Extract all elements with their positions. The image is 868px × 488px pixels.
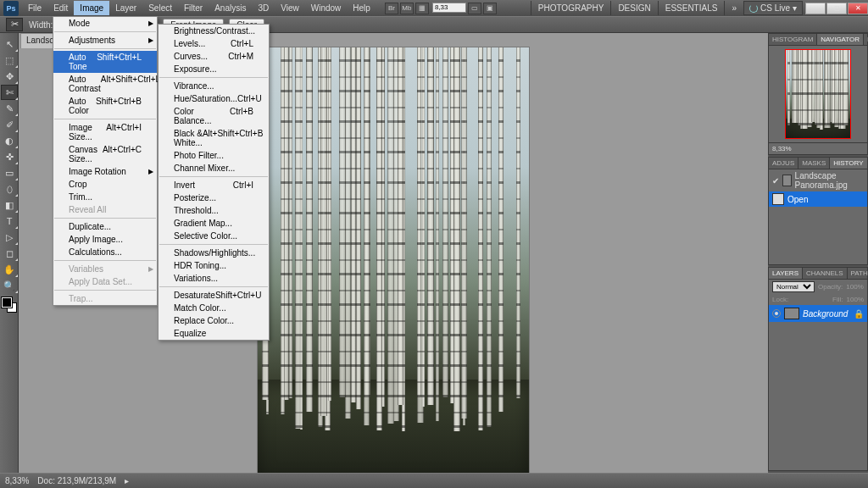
- arrange-icon[interactable]: ▭: [468, 3, 481, 14]
- minibridge-icon[interactable]: Mb: [400, 3, 414, 14]
- tool-2[interactable]: ✥: [1, 69, 18, 84]
- tool-4[interactable]: ✎: [1, 101, 18, 116]
- menuitem-vibrance---[interactable]: Vibrance...: [159, 80, 269, 92]
- menu-image[interactable]: Image: [74, 1, 109, 15]
- viewextras-icon[interactable]: ▦: [415, 3, 429, 14]
- maximize-button[interactable]: ◻: [826, 3, 847, 14]
- tool-12[interactable]: ▷: [1, 230, 18, 245]
- tool-7[interactable]: ✜: [1, 149, 18, 164]
- menuitem-exposure---[interactable]: Exposure...: [159, 63, 269, 75]
- tab-paths[interactable]: PATHS: [848, 268, 868, 279]
- zoom-level-field[interactable]: 8,33: [432, 3, 466, 13]
- menuitem-trim---[interactable]: Trim...: [53, 191, 157, 203]
- tab-history[interactable]: HISTORY: [830, 158, 867, 169]
- layer-row-background[interactable]: Background 🔒: [769, 305, 867, 322]
- menuitem-image-rotation[interactable]: Image Rotation▶: [53, 165, 157, 178]
- tool-3[interactable]: ✄: [1, 85, 18, 100]
- blend-mode-select[interactable]: Normal: [772, 281, 815, 292]
- menuitem-photo-filter---[interactable]: Photo Filter...: [159, 149, 269, 162]
- tool-10[interactable]: ◧: [1, 197, 18, 213]
- tab-info[interactable]: INFO: [864, 34, 868, 45]
- menu-layer[interactable]: Layer: [109, 1, 142, 15]
- menuitem-mode[interactable]: Mode▶: [53, 17, 157, 30]
- status-zoom[interactable]: 8,33%: [5, 476, 29, 485]
- tool-5[interactable]: ✐: [1, 117, 18, 132]
- color-swatches[interactable]: [2, 297, 17, 313]
- tool-11[interactable]: T: [1, 214, 18, 229]
- menuitem-black---white---[interactable]: Black & White...Alt+Shift+Ctrl+B: [159, 127, 269, 149]
- menu-help[interactable]: Help: [347, 1, 376, 15]
- tool-13[interactable]: ◻: [1, 246, 18, 261]
- tab-navigator[interactable]: NAVIGATOR: [817, 34, 864, 45]
- menuitem-channel-mixer---[interactable]: Channel Mixer...: [159, 162, 269, 175]
- menuitem-hdr-toning---[interactable]: HDR Toning...: [159, 259, 269, 272]
- menuitem-duplicate---[interactable]: Duplicate...: [53, 220, 157, 233]
- visibility-eye-icon[interactable]: [772, 309, 781, 318]
- menu-window[interactable]: Window: [305, 1, 348, 15]
- menuitem-auto-contrast[interactable]: Auto ContrastAlt+Shift+Ctrl+L: [53, 73, 157, 95]
- menuitem-color-balance---[interactable]: Color Balance...Ctrl+B: [159, 105, 269, 127]
- tool-0[interactable]: ↖: [1, 36, 18, 52]
- history-state-open[interactable]: Open: [769, 191, 867, 207]
- tab-adjustments[interactable]: ADJUS: [769, 158, 798, 169]
- menuitem-hue-saturation---[interactable]: Hue/Saturation...Ctrl+U: [159, 92, 269, 105]
- minimize-button[interactable]: —: [805, 3, 826, 14]
- fill-value[interactable]: 100%: [847, 296, 864, 303]
- status-doc-size[interactable]: Doc: 213,9M/213,9M: [37, 476, 116, 485]
- menu-analysis[interactable]: Analysis: [209, 1, 252, 15]
- menuitem-crop[interactable]: Crop: [53, 178, 157, 191]
- menuitem-equalize[interactable]: Equalize: [159, 327, 269, 340]
- tool-1[interactable]: ⬚: [1, 53, 18, 68]
- menuitem-invert[interactable]: InvertCtrl+I: [159, 179, 269, 191]
- menuitem-auto-color[interactable]: Auto ColorShift+Ctrl+B: [53, 95, 157, 117]
- bridge-icon[interactable]: Br: [385, 3, 398, 14]
- menu-3d[interactable]: 3D: [252, 1, 275, 15]
- workspace-more[interactable]: »: [724, 1, 742, 15]
- tool-15[interactable]: 🔍: [1, 278, 18, 293]
- tool-6[interactable]: ◐: [1, 133, 18, 148]
- menu-file[interactable]: File: [22, 1, 47, 15]
- cs-live-button[interactable]: CS Live▾: [743, 1, 803, 15]
- menuitem-replace-color---[interactable]: Replace Color...: [159, 314, 269, 327]
- workspace-photography[interactable]: PHOTOGRAPHY: [531, 1, 611, 15]
- tab-channels[interactable]: CHANNELS: [803, 268, 848, 279]
- menuitem-desaturate[interactable]: DesaturateShift+Ctrl+U: [159, 289, 269, 302]
- menuitem-calculations---[interactable]: Calculations...: [53, 246, 157, 258]
- menuitem-selective-color---[interactable]: Selective Color...: [159, 230, 269, 242]
- tool-8[interactable]: ▭: [1, 165, 18, 180]
- menuitem-posterize---[interactable]: Posterize...: [159, 191, 269, 204]
- menuitem-image-size---[interactable]: Image Size...Alt+Ctrl+I: [53, 121, 157, 143]
- tab-layers[interactable]: LAYERS: [769, 268, 803, 279]
- navigator-thumbnail[interactable]: [785, 49, 851, 139]
- tool-14[interactable]: ✋: [1, 262, 18, 277]
- menuitem-curves---[interactable]: Curves...Ctrl+M: [159, 50, 269, 63]
- canvas[interactable]: [258, 47, 529, 474]
- menu-filter[interactable]: Filter: [178, 1, 209, 15]
- current-tool-crop-icon[interactable]: ✂: [6, 18, 23, 31]
- menuitem-shadows-highlights---[interactable]: Shadows/Highlights...: [159, 247, 269, 259]
- menuitem-levels---[interactable]: Levels...Ctrl+L: [159, 37, 269, 50]
- tab-masks[interactable]: MASKS: [798, 158, 830, 169]
- menuitem-threshold---[interactable]: Threshold...: [159, 204, 269, 217]
- status-arrow-icon[interactable]: ▸: [125, 476, 129, 485]
- menu-select[interactable]: Select: [142, 1, 178, 15]
- close-button[interactable]: ✕: [848, 3, 868, 14]
- menuitem-brightness-contrast---[interactable]: Brightness/Contrast...: [159, 25, 269, 37]
- menuitem-auto-tone[interactable]: Auto ToneShift+Ctrl+L: [53, 51, 157, 73]
- tool-9[interactable]: ⬯: [1, 181, 18, 197]
- menuitem-match-color---[interactable]: Match Color...: [159, 302, 269, 314]
- history-snapshot[interactable]: ✔ Landscape Panorama.jpg: [769, 169, 867, 191]
- opacity-value[interactable]: 100%: [846, 283, 863, 291]
- menuitem-gradient-map---[interactable]: Gradient Map...: [159, 217, 269, 230]
- tab-histogram[interactable]: HISTOGRAM: [769, 34, 817, 45]
- menuitem-canvas-size---[interactable]: Canvas Size...Alt+Ctrl+C: [53, 143, 157, 165]
- screenmode-icon[interactable]: ▣: [483, 3, 497, 14]
- workspace-essentials[interactable]: ESSENTIALS: [658, 1, 725, 15]
- navigator-zoom[interactable]: 8,33%: [769, 142, 867, 154]
- menuitem-apply-image---[interactable]: Apply Image...: [53, 233, 157, 246]
- menu-view[interactable]: View: [275, 1, 305, 15]
- menu-edit[interactable]: Edit: [47, 1, 74, 15]
- workspace-design[interactable]: DESIGN: [610, 1, 657, 15]
- menuitem-adjustments[interactable]: Adjustments▶: [53, 34, 157, 47]
- menuitem-variations---[interactable]: Variations...: [159, 272, 269, 285]
